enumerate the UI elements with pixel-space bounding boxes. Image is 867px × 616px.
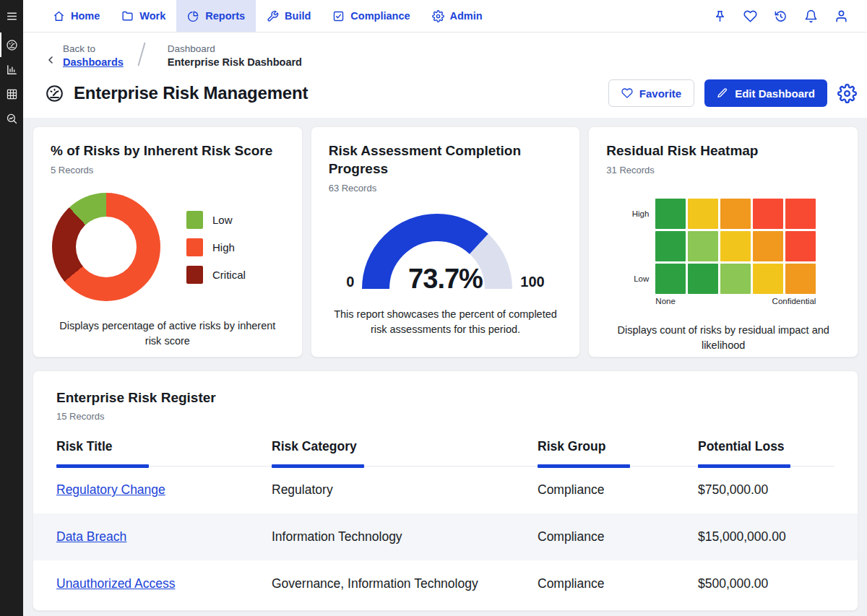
app-window: Home Work Reports Build Compliance Admin: [0, 0, 867, 616]
gauge-chart: 0 100 73.7%: [337, 212, 553, 290]
sidebar-item-charts[interactable]: [0, 57, 23, 82]
pencil-icon: [717, 87, 728, 99]
breadcrumb-back: Back to Dashboards: [63, 43, 124, 68]
risk-title-link[interactable]: Data Breach: [56, 529, 126, 544]
tab-home[interactable]: Home: [42, 0, 111, 32]
table-row: Data Breach Information Technology Compl…: [56, 513, 834, 560]
risk-group-cell: Compliance: [538, 576, 698, 591]
top-navigation: Home Work Reports Build Compliance Admin: [23, 0, 867, 32]
heatmap-cell: [785, 231, 816, 261]
icon-sidebar: [0, 0, 23, 616]
legend-swatch: [186, 238, 203, 256]
breadcrumb-separator: [137, 42, 145, 66]
heatmap-cell: [655, 264, 686, 294]
legend-swatch: [186, 266, 203, 284]
legend-item: High: [186, 238, 246, 256]
user-icon[interactable]: [834, 9, 848, 23]
heatmap-y-label-high: High: [622, 209, 655, 218]
search-insights-icon: [6, 113, 18, 125]
chart-caption: Displays percentage of active risks by i…: [51, 318, 285, 349]
donut-legend: Low High Critical: [186, 211, 246, 284]
record-count: 5 Records: [51, 165, 285, 175]
dashboards-link[interactable]: Dashboards: [63, 56, 124, 68]
column-header-risk-title[interactable]: Risk Title: [56, 439, 272, 466]
favorite-label: Favorite: [639, 87, 681, 100]
heatmap-cell: [688, 264, 718, 294]
breadcrumb: Back to Dashboards Dashboard Enterprise …: [23, 32, 867, 68]
record-count: 15 Records: [56, 411, 834, 422]
tab-label: Admin: [450, 10, 483, 22]
risk-title-link[interactable]: Regulatory Change: [56, 482, 165, 497]
potential-loss-cell: $500,000.00: [698, 576, 834, 591]
chevron-left-icon[interactable]: [45, 54, 56, 66]
heatmap-chart: High: [622, 199, 840, 305]
heatmap-cell: [688, 199, 718, 229]
checkbox-icon: [332, 10, 345, 22]
risk-title-link[interactable]: Unauthorized Access: [56, 576, 175, 591]
card-title: % of Risks by Inherent Risk Score: [51, 142, 285, 160]
heart-icon[interactable]: [743, 9, 757, 23]
pie-chart-icon: [187, 10, 199, 22]
column-sort-bar: [538, 464, 630, 468]
column-sort-bar: [272, 464, 364, 468]
home-icon: [53, 10, 65, 22]
nav-utility-icons: [713, 9, 848, 23]
gauge-max-label: 100: [520, 274, 544, 290]
legend-label: Critical: [212, 269, 246, 281]
risk-category-cell: Information Technology: [272, 529, 538, 545]
tab-label: Work: [139, 10, 165, 22]
dashboard-gauge-icon: [45, 84, 64, 103]
heatmap-cell: [720, 199, 751, 229]
pin-icon[interactable]: [713, 9, 727, 23]
settings-gear-icon[interactable]: [837, 84, 857, 103]
edit-dashboard-button[interactable]: Edit Dashboard: [704, 79, 827, 107]
edit-dashboard-label: Edit Dashboard: [735, 87, 815, 100]
column-sort-bar: [698, 464, 790, 468]
back-to-label: Back to: [63, 43, 124, 54]
sidebar-item-dashboards[interactable]: [0, 32, 23, 57]
tab-admin[interactable]: Admin: [421, 0, 493, 32]
heatmap-chart-card: Residual Risk Heatmap 31 Records High: [588, 126, 858, 357]
breadcrumb-current: Dashboard Enterprise Risk Dashboard: [168, 43, 302, 68]
crumb-type-label: Dashboard: [168, 43, 302, 54]
heatmap-cell: [753, 264, 783, 294]
table-row: Regulatory Change Regulatory Compliance …: [56, 467, 834, 513]
heatmap-cell: [655, 231, 686, 261]
sidebar-item-search[interactable]: [0, 106, 23, 131]
potential-loss-cell: $750,000.00: [698, 482, 834, 498]
column-header-risk-category[interactable]: Risk Category: [272, 439, 538, 466]
heatmap-cell: [688, 231, 718, 261]
legend-item: Low: [186, 211, 246, 229]
risk-category-cell: Governance, Information Technology: [272, 576, 538, 591]
table-row: Unauthorized Access Governance, Informat…: [56, 560, 834, 607]
table-title: Enterprise Risk Register: [56, 390, 834, 406]
history-icon[interactable]: [774, 9, 788, 23]
legend-swatch: [186, 211, 203, 229]
heatmap-x-label-none: None: [655, 297, 676, 305]
legend-item: Critical: [186, 266, 246, 284]
crumb-title: Enterprise Risk Dashboard: [168, 56, 302, 68]
heatmap-x-label-confidential: Confidential: [772, 297, 816, 305]
legend-label: Low: [212, 214, 233, 226]
tab-compliance[interactable]: Compliance: [322, 0, 420, 32]
gauge-min-label: 0: [346, 274, 354, 290]
favorite-button[interactable]: Favorite: [608, 79, 694, 107]
gauge-value: 73.7%: [408, 264, 483, 295]
tab-build[interactable]: Build: [256, 0, 322, 32]
heatmap-cell: [720, 231, 751, 261]
heatmap-cell: [753, 199, 783, 229]
wrench-icon: [267, 10, 279, 22]
grid-icon: [6, 88, 18, 100]
tab-reports[interactable]: Reports: [176, 0, 256, 32]
column-header-risk-group[interactable]: Risk Group: [538, 439, 698, 466]
risk-category-cell: Regulatory: [272, 482, 538, 498]
card-title: Residual Risk Heatmap: [606, 142, 840, 160]
bell-icon[interactable]: [804, 9, 818, 23]
tab-label: Compliance: [350, 10, 410, 22]
bar-chart-icon: [6, 64, 18, 76]
tab-work[interactable]: Work: [111, 0, 176, 32]
sidebar-item-tables[interactable]: [0, 82, 23, 106]
column-header-potential-loss[interactable]: Potential Loss: [698, 439, 834, 466]
dashboard-header: Enterprise Risk Management Favorite Edit…: [23, 68, 867, 118]
menu-icon[interactable]: [0, 0, 23, 32]
